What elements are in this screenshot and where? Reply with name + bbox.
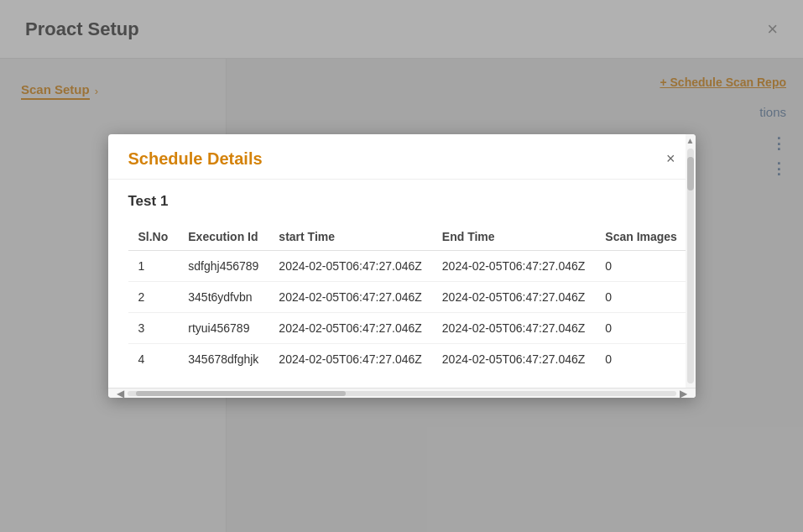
cell-start-time: 2024-02-05T06:47:27.046Z [269,251,431,282]
hscroll-track [128,391,676,396]
col-header-scan-images: Scan Images [595,223,687,251]
modal-body: Test 1 Sl.No Execution Id start Time End… [108,180,696,388]
vscroll-track [687,149,694,383]
cell-execution-id: rtyui456789 [178,313,269,344]
table-row: 1sdfghj4567892024-02-05T06:47:27.046Z202… [128,251,687,282]
cell-slno: 1 [128,251,179,282]
cell-end-time: 2024-02-05T06:47:27.046Z [432,313,595,344]
cell-start-time: 2024-02-05T06:47:27.046Z [269,344,431,375]
cell-scan-images: 0 [595,344,687,375]
table-row: 3rtyui4567892024-02-05T06:47:27.046Z2024… [128,313,687,344]
cell-execution-id: sdfghj456789 [178,251,269,282]
table-row: 4345678dfghjk2024-02-05T06:47:27.046Z202… [128,344,687,375]
col-header-end-time: End Time [432,223,595,251]
vscroll-thumb[interactable] [687,157,694,190]
col-header-execution-id: Execution Id [178,223,269,251]
cell-execution-id: 345t6ydfvbn [178,282,269,313]
schedule-details-table: Sl.No Execution Id start Time End Time S… [128,223,687,374]
cell-slno: 3 [128,313,179,344]
horizontal-scrollbar[interactable]: ◀ ▶ [108,388,696,398]
cell-scan-images: 0 [595,313,687,344]
page-background: Proact Setup × Scan Setup › + Schedule S… [0,0,803,532]
scroll-up-icon[interactable]: ▲ [686,134,695,147]
scroll-left-icon[interactable]: ◀ [113,388,128,399]
modal-title: Schedule Details [128,149,263,169]
scroll-right-icon[interactable]: ▶ [676,388,691,399]
cell-end-time: 2024-02-05T06:47:27.046Z [432,251,595,282]
col-header-start-time: start Time [269,223,431,251]
modal-subtitle: Test 1 [128,193,675,210]
table-row: 2345t6ydfvbn2024-02-05T06:47:27.046Z2024… [128,282,687,313]
modal-header: Schedule Details × [108,134,696,180]
cell-start-time: 2024-02-05T06:47:27.046Z [269,313,431,344]
cell-slno: 4 [128,344,179,375]
cell-end-time: 2024-02-05T06:47:27.046Z [432,282,595,313]
schedule-details-modal: ▲ ▼ Schedule Details × Test 1 Sl.No [108,134,696,398]
cell-scan-images: 0 [595,282,687,313]
col-header-slno: Sl.No [128,223,179,251]
cell-execution-id: 345678dfghjk [178,344,269,375]
cell-start-time: 2024-02-05T06:47:27.046Z [269,282,431,313]
table-header-row: Sl.No Execution Id start Time End Time S… [128,223,687,251]
cell-scan-images: 0 [595,251,687,282]
cell-end-time: 2024-02-05T06:47:27.046Z [432,344,595,375]
modal-close-button[interactable]: × [666,150,675,168]
vertical-scrollbar[interactable]: ▲ ▼ [686,134,696,398]
modal-overlay: ▲ ▼ Schedule Details × Test 1 Sl.No [0,0,803,532]
hscroll-thumb[interactable] [136,391,346,396]
cell-slno: 2 [128,282,179,313]
